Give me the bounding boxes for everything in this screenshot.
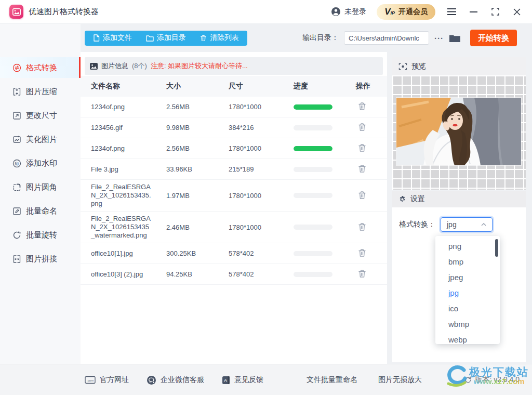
login-button[interactable]: 未登录 [331, 7, 366, 17]
col-actions: 操作 [356, 82, 387, 91]
sidebar-item-label: 更改尺寸 [26, 111, 57, 121]
official-website-link[interactable]: .com 官方网址 [85, 375, 129, 385]
close-icon[interactable] [511, 6, 523, 18]
file-dimensions: 578*402 [229, 270, 294, 278]
add-directory-button[interactable]: 添加目录 [146, 33, 186, 43]
file-dimensions: 1780*1000 [229, 144, 294, 152]
file-size: 300.25KB [166, 249, 229, 257]
delete-file-button[interactable] [358, 102, 366, 110]
sidebar-item-watermark[interactable]: 印 添加水印 [0, 153, 81, 174]
sidebar-item-beautify[interactable]: 美化图片 [0, 129, 81, 150]
dropdown-option-jpg[interactable]: jpg [435, 285, 500, 301]
titlebar: 优速图片格式转换器 未登录 VIP 开通会员 [0, 0, 532, 24]
table-row: 1234of.png 2.56MB 1780*1000 [81, 97, 387, 117]
sidebar-item-stitch[interactable]: 图片拼接 [0, 248, 81, 269]
table-row: File_2_RealESRGAN_2X_1026153435_watermar… [81, 212, 387, 243]
table-row: File_2_RealESRGAN_2X_1026153435.png 1.97… [81, 180, 387, 212]
progress-bar [294, 125, 356, 130]
lossless-enlarge-tool-link[interactable]: 图片无损放大 [378, 375, 422, 385]
delete-file-button[interactable] [358, 143, 366, 152]
wechat-service-link[interactable]: 企业微信客服 [147, 375, 204, 385]
delete-file-button[interactable] [358, 222, 366, 231]
sidebar-item-label: 添加水印 [26, 159, 57, 168]
version-info: 版本: v2.0.4.0 [464, 364, 520, 395]
clear-list-label: 清除列表 [210, 33, 239, 43]
delete-file-button[interactable] [358, 123, 366, 131]
col-dims: 尺寸 [229, 82, 294, 91]
sidebar-item-batch-rename[interactable]: 批量命名 [0, 201, 81, 221]
file-table-panel: 图片信息 (8个) 注意: 如果图片较大请耐心等待... 文件名称 大小 尺寸 … [81, 52, 387, 364]
vip-membership-button[interactable]: VIP 开通会员 [377, 4, 435, 20]
file-dimensions: 1780*1000 [229, 192, 294, 200]
stitch-icon [12, 255, 21, 264]
delete-file-button[interactable] [358, 191, 366, 199]
sidebar-item-batch-rotate[interactable]: 批量旋转 [0, 225, 81, 245]
rename-icon [12, 207, 21, 216]
sidebar-item-label: 批量旋转 [26, 230, 57, 240]
dropdown-option-bmp[interactable]: bmp [435, 254, 500, 270]
feedback-link[interactable]: A 意见反馈 [222, 375, 263, 385]
sidebar-item-label: 图片圆角 [26, 182, 57, 192]
start-convert-button[interactable]: 开始转换 [470, 30, 517, 46]
svg-text:A: A [224, 378, 227, 383]
preview-header: 预览 [392, 57, 526, 75]
progress-bar [294, 272, 356, 277]
user-avatar-icon [331, 7, 341, 17]
beautify-icon [12, 135, 21, 144]
dropdown-option-ico[interactable]: ico [435, 301, 500, 317]
file-size: 33.96KB [166, 165, 229, 173]
delete-file-button[interactable] [358, 164, 366, 173]
progress-bar [294, 251, 356, 256]
watermark-logo-icon [444, 364, 468, 387]
dropdown-option-png[interactable]: png [435, 239, 500, 254]
convert-icon [12, 63, 21, 72]
preview-area [392, 75, 526, 190]
file-size: 2.46MB [166, 223, 229, 231]
preview-icon [398, 63, 407, 70]
minimize-icon[interactable] [468, 6, 479, 18]
batch-rename-tool-link[interactable]: 文件批量重命名 [307, 375, 357, 385]
footer: .com 官方网址 企业微信客服 [0, 364, 532, 395]
sidebar-item-format-convert[interactable]: 格式转换 [0, 57, 81, 78]
sidebar-item-compress[interactable]: 图片压缩 [0, 81, 81, 102]
svg-text:.com: .com [87, 379, 94, 382]
format-select[interactable]: jpg [441, 217, 493, 232]
delete-file-button[interactable] [358, 269, 366, 278]
dropdown-scrollbar[interactable] [495, 239, 498, 257]
compress-icon [12, 87, 21, 96]
sidebar-item-rounded-corner[interactable]: 图片圆角 [0, 177, 81, 198]
browse-more-button[interactable]: ··· [434, 34, 444, 43]
dropdown-option-webp[interactable]: webp [435, 332, 500, 344]
add-directory-label: 添加目录 [157, 33, 186, 43]
dropdown-option-jpeg[interactable]: jpeg [435, 270, 500, 285]
app-window: 优速图片格式转换器 未登录 VIP 开通会员 [0, 0, 532, 395]
sidebar-item-resize[interactable]: 更改尺寸 [0, 105, 81, 126]
login-status-label: 未登录 [344, 7, 366, 17]
delete-file-button[interactable] [358, 248, 366, 257]
format-dropdown: png bmp jpeg jpg ico wbmp webp [435, 236, 500, 344]
app-title: 优速图片格式转换器 [29, 7, 99, 17]
app-brand: 优速图片格式转换器 [9, 5, 99, 19]
clear-list-button[interactable]: 清除列表 [200, 33, 239, 43]
sidebar-item-label: 格式转换 [26, 63, 57, 73]
add-file-button[interactable]: 添加文件 [93, 33, 132, 43]
watermark-icon: 印 [12, 159, 21, 168]
output-directory-input[interactable] [344, 31, 429, 45]
file-name: 1234of.png [91, 141, 152, 156]
open-folder-icon[interactable] [449, 34, 461, 43]
table-row: File 3.jpg 33.96KB 215*189 [81, 159, 387, 180]
settings-header: 设置 [392, 191, 526, 207]
image-info-title: 图片信息 [101, 61, 128, 71]
format-select-value: jpg [447, 220, 457, 229]
table-row: 123456.gif 9.98MB 384*216 [81, 117, 387, 138]
dropdown-option-wbmp[interactable]: wbmp [435, 317, 500, 332]
wechat-service-icon [147, 375, 156, 385]
version-label: 版本: v2.0.4.0 [475, 375, 520, 385]
sidebar-item-label: 批量命名 [26, 206, 57, 216]
col-filename: 文件名称 [91, 82, 166, 91]
file-size: 94.25KB [166, 270, 229, 278]
sidebar-item-label: 图片拼接 [26, 254, 57, 264]
menu-icon[interactable] [446, 6, 457, 18]
rotate-icon [12, 231, 21, 240]
maximize-icon[interactable] [489, 6, 501, 18]
